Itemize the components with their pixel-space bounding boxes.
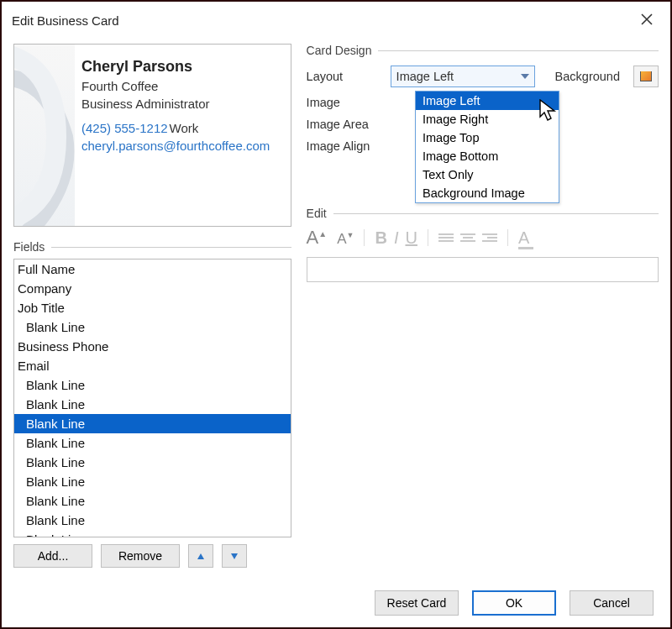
dialog-footer: Reset Card OK Cancel: [2, 579, 670, 627]
field-item[interactable]: Business Phone: [14, 337, 291, 356]
image-align-label: Image Align: [307, 139, 382, 153]
card-fullname: Cheryl Parsons: [81, 58, 281, 76]
card-preview-body: Cheryl Parsons Fourth Coffee Business Ad…: [81, 58, 281, 153]
card-jobtitle: Business Administrator: [81, 97, 281, 111]
divider: [428, 229, 428, 246]
cancel-button[interactable]: Cancel: [570, 590, 654, 616]
move-up-button[interactable]: [188, 544, 213, 568]
dialog-title: Edit Business Card: [12, 13, 119, 28]
image-area-label: Image Area: [307, 118, 382, 131]
edit-business-card-dialog: Edit Business Card Cheryl Parsons Fourth: [0, 0, 672, 629]
underline-button[interactable]: U: [405, 228, 417, 248]
card-preview-image-panel: [14, 45, 75, 227]
divider: [333, 213, 659, 214]
divider: [364, 229, 365, 246]
background-label: Background: [555, 70, 620, 83]
close-button[interactable]: [633, 8, 660, 32]
reset-card-button[interactable]: Reset Card: [375, 590, 459, 616]
layout-select[interactable]: Image Left: [391, 66, 535, 87]
card-email: cheryl.parsons@fourthcoffee.com: [81, 139, 281, 153]
arrow-down-icon: [231, 553, 238, 559]
divider: [507, 229, 508, 246]
divider: [51, 247, 291, 248]
chevron-down-icon: [521, 74, 529, 79]
align-left-button[interactable]: [438, 233, 454, 242]
layout-option[interactable]: Text Only: [416, 165, 559, 184]
layout-dropdown[interactable]: Image LeftImage RightImage TopImage Bott…: [415, 91, 559, 203]
divider: [378, 50, 659, 51]
field-item[interactable]: Full Name: [14, 259, 291, 279]
layout-option[interactable]: Image Left: [416, 92, 559, 110]
layout-label: Layout: [307, 70, 382, 83]
field-item[interactable]: Blank Line: [14, 317, 291, 337]
layout-select-value: Image Left: [396, 70, 454, 83]
edit-text-input[interactable]: [307, 257, 659, 282]
field-item[interactable]: Job Title: [14, 298, 291, 317]
field-item[interactable]: Blank Line: [14, 433, 291, 453]
increase-font-button[interactable]: A▲: [307, 227, 328, 249]
image-label: Image: [307, 96, 382, 109]
align-right-button[interactable]: [482, 233, 497, 242]
fields-group: Fields Full NameCompanyJob TitleBlank Li…: [13, 240, 291, 579]
field-item[interactable]: Blank Line: [14, 472, 291, 491]
italic-button[interactable]: I: [394, 228, 399, 248]
background-color-button[interactable]: [633, 66, 659, 87]
decrease-font-button[interactable]: A▼: [337, 231, 354, 248]
move-down-button[interactable]: [222, 544, 247, 568]
font-color-button[interactable]: A: [518, 228, 529, 248]
edit-toolbar: A▲ A▼ B I U A: [307, 227, 659, 249]
titlebar: Edit Business Card: [2, 2, 670, 39]
field-item[interactable]: Company: [14, 279, 291, 298]
bold-button[interactable]: B: [375, 228, 386, 248]
layout-option[interactable]: Background Image: [416, 184, 559, 202]
remove-field-button[interactable]: Remove: [101, 544, 180, 568]
card-design-group-label: Card Design: [307, 44, 372, 57]
layout-option[interactable]: Image Right: [416, 110, 559, 128]
field-item[interactable]: Blank Line: [14, 511, 291, 530]
card-phone-label: Work: [170, 121, 199, 135]
field-item[interactable]: Blank Line: [14, 395, 291, 414]
field-item[interactable]: Blank Line: [14, 530, 291, 537]
align-center-button[interactable]: [460, 233, 475, 242]
card-company: Fourth Coffee: [81, 79, 281, 93]
card-preview: Cheryl Parsons Fourth Coffee Business Ad…: [13, 44, 291, 227]
edit-group-label: Edit: [307, 207, 327, 220]
field-item[interactable]: Blank Line: [14, 491, 291, 511]
field-item[interactable]: Blank Line: [14, 414, 291, 433]
arrow-up-icon: [197, 553, 204, 559]
layout-option[interactable]: Image Bottom: [416, 147, 559, 165]
edit-group: Edit A▲ A▼ B I U: [307, 207, 659, 282]
ok-button[interactable]: OK: [472, 590, 556, 616]
card-phone-number: (425) 555-1212: [81, 121, 168, 135]
close-icon: [641, 12, 653, 29]
field-item[interactable]: Blank Line: [14, 453, 291, 472]
layout-option[interactable]: Image Top: [416, 128, 559, 147]
paint-bucket-icon: [640, 71, 652, 81]
card-phone: (425) 555-1212Work: [81, 121, 281, 135]
field-item[interactable]: Email: [14, 356, 291, 375]
field-item[interactable]: Blank Line: [14, 375, 291, 395]
fields-list[interactable]: Full NameCompanyJob TitleBlank LineBusin…: [13, 259, 291, 537]
add-field-button[interactable]: Add...: [13, 544, 92, 568]
fields-group-label: Fields: [13, 240, 45, 254]
